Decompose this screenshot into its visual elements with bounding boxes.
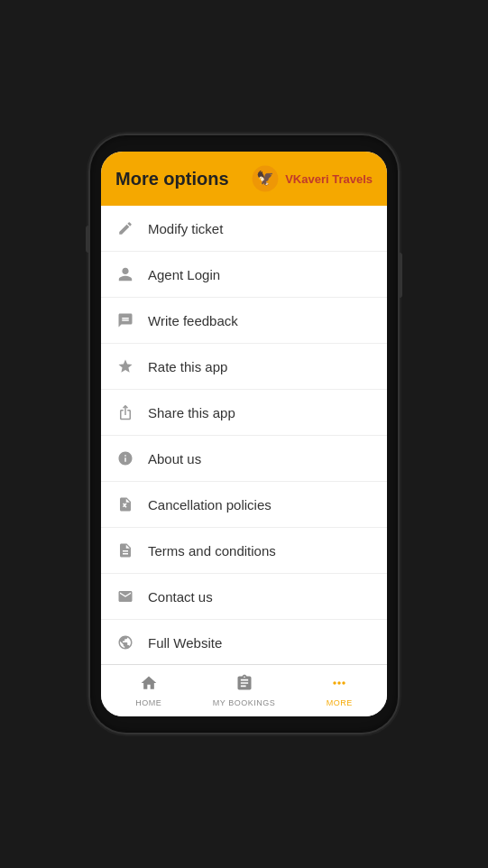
screen: More options 🦅 VKaveri Travels Modify ti… — [101, 152, 387, 716]
menu-label-contact-us: Contact us — [148, 589, 213, 605]
menu-item-about-us[interactable]: About us — [101, 436, 387, 482]
document-icon — [115, 540, 135, 560]
menu-item-agent-login[interactable]: Agent Login — [101, 252, 387, 298]
menu-label-about-us: About us — [148, 451, 201, 466]
logo-area: 🦅 VKaveri Travels — [251, 164, 373, 193]
menu-label-terms-and-conditions: Terms and conditions — [148, 543, 276, 559]
menu-label-share-this-app: Share this app — [148, 405, 235, 420]
person-icon — [115, 264, 135, 284]
house-icon — [140, 674, 158, 697]
menu-item-terms-and-conditions[interactable]: Terms and conditions — [101, 528, 387, 574]
menu-label-agent-login: Agent Login — [148, 267, 220, 282]
header-title: More options — [115, 169, 229, 189]
nav-label-more: MORE — [327, 698, 353, 707]
menu-label-full-website: Full Website — [148, 635, 222, 651]
menu-label-cancellation-policies: Cancellation policies — [148, 497, 272, 512]
phone-frame: More options 🦅 VKaveri Travels Modify ti… — [90, 135, 398, 733]
menu-item-contact-us[interactable]: Contact us — [101, 574, 387, 620]
menu-label-rate-this-app: Rate this app — [148, 359, 227, 374]
menu-item-share-this-app[interactable]: Share this app — [101, 390, 387, 436]
menu-item-rate-this-app[interactable]: Rate this app — [101, 344, 387, 390]
globe-icon — [115, 633, 135, 652]
header: More options 🦅 VKaveri Travels — [101, 152, 387, 206]
brand-logo-text: VKaveri Travels — [285, 172, 373, 186]
nav-item-home[interactable]: HOME — [101, 665, 197, 716]
bottom-nav: HOME MY BOOKINGS MORE — [101, 664, 387, 716]
svg-text:🦅: 🦅 — [256, 170, 274, 187]
envelope-icon — [115, 586, 135, 606]
chat-icon — [115, 310, 135, 330]
menu-item-full-website[interactable]: Full Website — [101, 620, 387, 664]
nav-label-my-bookings: MY BOOKINGS — [213, 698, 275, 707]
menu-label-write-feedback: Write feedback — [148, 313, 238, 328]
menu-item-cancellation-policies[interactable]: Cancellation policies — [101, 482, 387, 528]
menu-label-modify-ticket: Modify ticket — [148, 221, 223, 236]
menu-item-write-feedback[interactable]: Write feedback — [101, 298, 387, 344]
menu-item-modify-ticket[interactable]: Modify ticket — [101, 206, 387, 252]
dots-icon — [330, 674, 348, 697]
pencil-icon — [115, 218, 135, 238]
menu-list: Modify ticket Agent Login Write feedback — [101, 206, 387, 664]
star-icon — [115, 356, 135, 376]
info-icon — [115, 448, 135, 468]
nav-item-my-bookings[interactable]: MY BOOKINGS — [197, 665, 292, 716]
share-icon — [115, 402, 135, 422]
nav-item-more[interactable]: MORE — [291, 665, 387, 716]
brand-logo-icon: 🦅 — [251, 164, 280, 193]
nav-label-home: HOME — [135, 698, 161, 707]
cancel-icon — [115, 494, 135, 514]
clipboard-icon — [235, 674, 253, 697]
